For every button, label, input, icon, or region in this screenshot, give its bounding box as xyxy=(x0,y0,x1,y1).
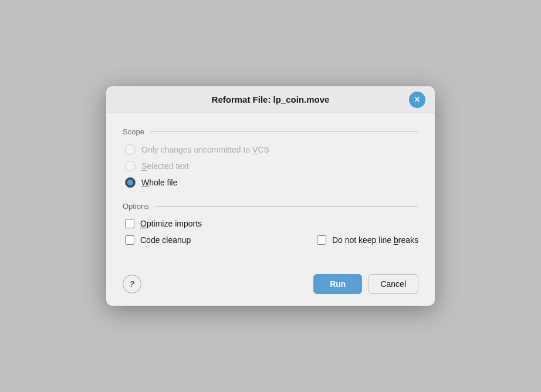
run-button[interactable]: Run xyxy=(313,274,362,294)
help-button[interactable]: ? xyxy=(123,275,141,293)
checkbox-linebreaks-label: Do not keep line breaks xyxy=(332,235,418,245)
checkbox-item-optimize[interactable]: Optimize imports xyxy=(125,219,418,228)
radio-vcs-label: Only changes uncommitted to VCS xyxy=(141,145,269,154)
checkbox-optimize-label: Optimize imports xyxy=(140,219,202,228)
radio-item-whole[interactable]: Whole file xyxy=(125,177,418,188)
checkbox-cleanup-label: Code cleanup xyxy=(140,235,191,245)
options-checkbox-group: Optimize imports Code cleanup Do not kee… xyxy=(125,219,418,245)
radio-item-selected[interactable]: Selected text xyxy=(125,161,418,171)
checkbox-item-cleanup[interactable]: Code cleanup xyxy=(125,235,191,245)
options-label: Options xyxy=(123,202,149,211)
checkbox-linebreaks[interactable] xyxy=(317,235,326,245)
action-buttons: Run Cancel xyxy=(313,274,418,294)
scope-label: Scope xyxy=(123,127,144,136)
options-section: Options Optimize imports Code cleanup xyxy=(123,202,418,245)
close-icon: × xyxy=(414,95,420,104)
dialog-title: Reformat File: lp_coin.move xyxy=(212,94,330,104)
options-divider xyxy=(155,206,418,207)
dialog-footer: ? Run Cancel xyxy=(106,266,435,306)
radio-whole[interactable] xyxy=(125,177,136,188)
close-button[interactable]: × xyxy=(409,92,425,108)
checkbox-row-cleanup: Code cleanup Do not keep line breaks xyxy=(125,235,418,245)
radio-vcs[interactable] xyxy=(125,144,136,155)
reformat-dialog: Reformat File: lp_coin.move × Scope Only… xyxy=(106,86,435,306)
radio-selected[interactable] xyxy=(125,161,136,171)
checkbox-cleanup[interactable] xyxy=(125,235,134,245)
radio-item-vcs[interactable]: Only changes uncommitted to VCS xyxy=(125,144,418,155)
title-bar: Reformat File: lp_coin.move × xyxy=(106,86,435,113)
radio-selected-label: Selected text xyxy=(141,161,189,171)
scope-divider xyxy=(150,131,418,132)
cancel-button[interactable]: Cancel xyxy=(368,274,418,294)
radio-whole-label: Whole file xyxy=(141,178,177,187)
dialog-body: Scope Only changes uncommitted to VCS Se… xyxy=(106,113,435,266)
checkbox-optimize[interactable] xyxy=(125,219,134,228)
options-section-header: Options xyxy=(123,202,418,211)
scope-radio-group: Only changes uncommitted to VCS Selected… xyxy=(125,144,418,188)
help-icon: ? xyxy=(130,279,135,289)
scope-section-header: Scope xyxy=(123,127,418,136)
checkbox-item-linebreaks[interactable]: Do not keep line breaks xyxy=(317,235,418,245)
